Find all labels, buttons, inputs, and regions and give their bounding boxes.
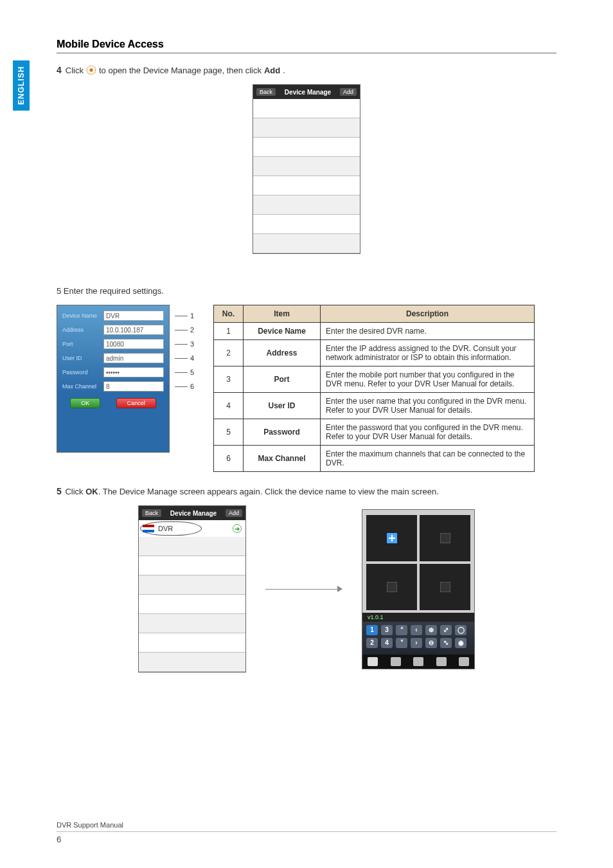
key-3[interactable]: 3 — [381, 625, 393, 635]
step-5-bold: OK — [85, 487, 98, 496]
table-row: 5PasswordEnter the password that you con… — [214, 419, 535, 446]
input-max-channel[interactable]: 8 — [103, 381, 164, 392]
step-4-text-b: . — [283, 66, 285, 75]
label-user-id: User ID — [62, 355, 103, 361]
th-desc: Description — [321, 305, 535, 323]
step-4-text-pre: Click — [66, 66, 84, 75]
label-max-channel: Max Channel — [62, 383, 103, 390]
key-zoom-in[interactable]: ⊕ — [425, 625, 437, 635]
step-4-line: 4 Click to open the Device Manage page, … — [57, 65, 556, 75]
info-icon[interactable] — [459, 657, 469, 666]
label-address: Address — [62, 327, 103, 333]
callout-5: 5 — [190, 368, 194, 376]
key-1[interactable]: 1 — [366, 625, 378, 635]
key-snapshot[interactable]: ◉ — [455, 638, 466, 648]
stop-icon[interactable] — [368, 657, 378, 666]
channel-4-slot[interactable] — [420, 564, 470, 610]
language-tab: ENGLISH — [13, 60, 30, 111]
label-password: Password — [62, 369, 103, 375]
step-5-post: . The Device Manage screen appears again… — [98, 487, 439, 496]
page-number: 6 — [57, 835, 61, 844]
key-expand[interactable]: ⤢ — [440, 625, 452, 635]
key-zoom-out[interactable]: ⊖ — [425, 638, 437, 648]
gear-icon — [86, 65, 96, 75]
callout-1: 1 — [190, 312, 194, 320]
live-view-screenshot: v1.0.1 1 3 ˄ ‹ ⊕ ⤢ ◯ 2 4 ˅ › ⊖ ⤡ — [362, 509, 475, 669]
device-manage-empty-screenshot: Back Device Manage Add — [253, 84, 360, 254]
key-2[interactable]: 2 — [366, 638, 378, 648]
callout-2: 2 — [190, 326, 194, 334]
device-list-item[interactable]: DVR ➜ — [139, 520, 245, 537]
device-settings-form: Device NameDVR Address10.0.100.187 Port1… — [57, 305, 170, 453]
device-manage-list-screenshot: Back Device Manage Add DVR ➜ — [138, 505, 246, 673]
page-footer: DVR Support Manual 6 — [57, 821, 556, 845]
plus-icon — [440, 582, 450, 592]
back-button[interactable]: Back — [256, 88, 276, 96]
grid-icon[interactable] — [436, 657, 447, 666]
channel-1-slot[interactable] — [366, 515, 417, 561]
ok-button[interactable]: OK — [70, 398, 100, 408]
label-device-name: Device Name — [62, 312, 103, 319]
key-right[interactable]: › — [411, 638, 422, 648]
flow-arrow — [265, 586, 342, 592]
section-title: Mobile Device Access — [57, 39, 556, 53]
enter-settings-line: 5 Enter the required settings. — [57, 286, 556, 296]
input-port[interactable]: 10080 — [103, 339, 164, 349]
key-left[interactable]: ‹ — [411, 625, 422, 635]
th-item: Item — [244, 305, 321, 323]
plus-icon — [440, 533, 450, 543]
settings-icon[interactable] — [413, 657, 423, 666]
plus-icon — [387, 582, 397, 592]
camera-icon[interactable] — [391, 657, 401, 666]
screen-title: Device Manage — [285, 89, 331, 96]
step-5-line: 5 Click OK. The Device Manage screen app… — [57, 486, 556, 496]
callout-6: 6 — [190, 383, 194, 390]
table-row: 1Device NameEnter the desired DVR name. — [214, 323, 535, 340]
table-row: 2AddressEnter the IP address assigned to… — [214, 340, 535, 366]
key-record[interactable]: ◯ — [455, 625, 466, 635]
input-address[interactable]: 10.0.100.187 — [103, 325, 164, 335]
callout-4: 4 — [190, 354, 194, 362]
version-label: v1.0.1 — [362, 613, 474, 622]
screen-title: Device Manage — [170, 510, 217, 517]
control-panel: 1 3 ˄ ‹ ⊕ ⤢ ◯ 2 4 ˅ › ⊖ ⤡ ◉ — [362, 622, 474, 655]
back-button[interactable]: Back — [142, 509, 161, 517]
step-4-text-a: to open the Device Manage page, then cli… — [99, 66, 262, 75]
add-button[interactable]: Add — [340, 88, 357, 96]
table-row: 6Max ChannelEnter the maximum channels t… — [214, 446, 535, 472]
table-row: 4User IDEnter the user name that you con… — [214, 393, 535, 419]
key-up[interactable]: ˄ — [396, 625, 407, 635]
table-row: 3PortEnter the mobile port number that y… — [214, 366, 535, 393]
key-collapse[interactable]: ⤡ — [440, 638, 452, 648]
input-device-name[interactable]: DVR — [103, 311, 164, 321]
device-icon — [143, 525, 154, 532]
channel-3-slot[interactable] — [366, 564, 417, 610]
callout-3: 3 — [190, 340, 194, 348]
bottom-toolbar — [362, 655, 474, 669]
channel-2-slot[interactable] — [420, 515, 470, 561]
add-button[interactable]: Add — [226, 509, 242, 517]
step-4-number: 4 — [57, 65, 62, 75]
step-5-pre: Click — [65, 487, 85, 496]
th-no: No. — [214, 305, 244, 323]
input-user-id[interactable]: admin — [103, 353, 164, 363]
footer-title: DVR Support Manual — [57, 821, 556, 829]
device-name-label: DVR — [158, 525, 173, 532]
callout-numbers: 1 2 3 4 5 6 — [175, 305, 194, 393]
svg-point-1 — [89, 68, 93, 71]
input-password[interactable]: •••••• — [103, 367, 164, 377]
info-icon[interactable]: ➜ — [233, 524, 242, 533]
step-4-bold: Add — [264, 66, 280, 75]
cancel-button[interactable]: Cancel — [116, 398, 156, 408]
label-port: Port — [62, 341, 103, 347]
settings-description-table: No. Item Description 1Device NameEnter t… — [213, 305, 535, 472]
key-down[interactable]: ˅ — [396, 638, 407, 648]
plus-icon — [387, 533, 397, 543]
key-4[interactable]: 4 — [381, 638, 393, 648]
step-5-number: 5 — [57, 486, 62, 496]
